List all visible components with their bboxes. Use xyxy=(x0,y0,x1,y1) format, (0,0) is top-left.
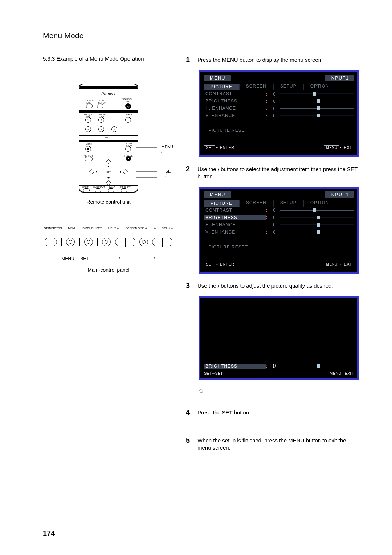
panel-led-ring1 xyxy=(66,238,75,246)
callout-slash: / xyxy=(162,149,173,153)
btn-left[interactable] xyxy=(89,169,94,174)
btn-aidhdr[interactable] xyxy=(85,157,93,161)
step4-text: Press the SET button. xyxy=(197,408,359,417)
osd1-bright: BRIGHTNESS xyxy=(204,98,266,104)
osd3-bright: BRIGHTNESS xyxy=(204,364,266,369)
panel-led-ring3 xyxy=(102,238,111,246)
panel-led2 xyxy=(79,238,80,246)
osd1-bright-slider xyxy=(280,99,354,103)
pbelow-menu: MENU xyxy=(61,256,74,261)
step4-num: 4 xyxy=(186,408,197,417)
label-screen-size: SCREEN SIZE xyxy=(84,100,94,104)
osd3-foot-setkey: SET xyxy=(204,371,212,376)
btn-up[interactable] xyxy=(106,159,111,164)
label-display: DISPLAY xyxy=(124,113,135,116)
osd2-venh-slider xyxy=(280,230,354,234)
osd2-foot-enter: ENTER xyxy=(220,262,234,266)
osd1-tab-option: OPTION xyxy=(304,84,336,90)
panel-led-ring4 xyxy=(139,238,148,246)
osd2-foot-menukey: MENU xyxy=(324,262,339,267)
osd1-tab-picture: PICTURE xyxy=(204,84,240,90)
panel-led1 xyxy=(61,238,62,246)
panel-led3 xyxy=(97,238,98,246)
label-auto-setup: AUTO SET UP xyxy=(98,100,106,104)
arrow-pad: SET xyxy=(91,161,126,183)
remote-body: Pioneer SCREEN SIZE AUTO SET UP STANDBY … xyxy=(79,84,138,193)
osd1-foot-exit: EXIT xyxy=(344,145,354,150)
btn-standby[interactable]: ⏻ xyxy=(125,103,131,109)
remote-caption: Remote control unit xyxy=(61,199,156,205)
osd2-foot-setkey: SET xyxy=(204,262,215,267)
osd2-foot-exit: EXIT xyxy=(344,262,354,266)
panel-vol-rocker[interactable] xyxy=(152,238,172,246)
btn-pointzoom[interactable] xyxy=(125,146,131,152)
osd-screen-3: BRIGHTNESS : 0 SET···SET MENU···EXIT xyxy=(199,296,359,380)
label-menu-btn: MENU xyxy=(85,143,93,145)
osd3-bright-val: 0 xyxy=(270,363,279,369)
osd3-foot-menukey: MENU xyxy=(330,371,341,376)
osd1-menu-label: MENU xyxy=(204,75,231,81)
btn-4[interactable]: 4 xyxy=(98,126,104,132)
osd1-henh-val: 0 xyxy=(270,106,279,111)
osd2-bright-val: 0 xyxy=(270,215,279,220)
btn-freeze[interactable] xyxy=(126,156,131,161)
btn-5[interactable]: 5 xyxy=(111,126,117,132)
page-number: 174 xyxy=(43,529,55,538)
plabel-display: DISPLAY / SET xyxy=(82,227,102,230)
label-standby: STANDBY /ON xyxy=(121,98,134,102)
step3-num: 3 xyxy=(186,281,197,290)
osd2-contrast: CONTRAST xyxy=(204,208,266,213)
osd1-contrast-slider xyxy=(280,92,354,96)
osd2-contrast-val: 0 xyxy=(270,207,279,213)
subsection-heading: 5.3.3 Example of a Menu Mode Operation xyxy=(43,56,174,62)
btn-2[interactable]: 2 xyxy=(98,117,104,123)
osd1-henh-slider xyxy=(280,106,354,110)
osd2-venh: V. ENHANCE xyxy=(204,230,266,235)
osd3-foot-exit: EXIT xyxy=(345,371,354,376)
btn-set[interactable]: SET xyxy=(104,170,113,174)
btn-screen-size[interactable] xyxy=(86,104,93,108)
osd1-input-label: INPUT1 xyxy=(325,75,354,81)
btn-1[interactable]: 1 xyxy=(85,117,91,123)
osd2-tab-screen: SCREEN xyxy=(240,200,274,207)
osd-screen-1: MENU INPUT1 PICTURE SCREEN SETUP OPTION … xyxy=(199,70,359,157)
osd2-tab-setup: SETUP xyxy=(274,200,304,207)
plabel-standby: STANDBY/ON xyxy=(44,227,62,230)
pbelow-slash2: / xyxy=(148,256,161,261)
callout-slash2: / xyxy=(166,173,173,178)
btn-subinput[interactable] xyxy=(95,188,101,193)
btn-swap[interactable] xyxy=(108,188,114,193)
btn-down[interactable] xyxy=(106,180,111,185)
osd2-henh: H. ENHANCE xyxy=(204,222,266,227)
osd1-venh-val: 0 xyxy=(270,113,279,118)
btn-pipshift[interactable] xyxy=(121,188,127,193)
title-rule xyxy=(43,42,359,42)
btn-menu[interactable] xyxy=(85,146,91,152)
panel-standby-btn[interactable] xyxy=(45,238,57,246)
btn-display[interactable] xyxy=(125,117,131,123)
btn-split[interactable] xyxy=(83,188,90,193)
step2-text: Use the / buttons to select the adjustme… xyxy=(197,165,359,181)
panel-caption: Main-control panel xyxy=(43,267,174,273)
osd2-henh-val: 0 xyxy=(270,222,279,227)
osd1-foot-setkey: SET xyxy=(204,145,215,150)
osd3-foot-set: SET xyxy=(215,371,223,376)
btn-3[interactable]: 3 xyxy=(85,126,91,132)
panel-input-rocker[interactable] xyxy=(115,238,135,246)
step2-num: 2 xyxy=(186,165,197,181)
btn-right[interactable] xyxy=(123,169,128,174)
osd1-contrast-val: 0 xyxy=(270,91,279,97)
osd1-bright-val: 0 xyxy=(270,98,279,104)
btn-auto-setup[interactable] xyxy=(97,104,103,108)
figure-panel: STANDBY/ON MENU DISPLAY / SET INPUT ⇦ SC… xyxy=(43,227,174,273)
panel-led-ring2 xyxy=(84,238,93,246)
osd-screen-2: MENU INPUT1 PICTURE SCREEN SETUP OPTION … xyxy=(199,187,359,274)
osd1-venh: V. ENHANCE xyxy=(204,113,266,118)
osd2-tab-option: OPTION xyxy=(304,200,336,207)
label-input: INPUT xyxy=(79,137,138,139)
step3-text: Use the / buttons to adjust the picture … xyxy=(197,281,359,290)
osd1-venh-slider xyxy=(280,114,354,117)
osd2-input-label: INPUT1 xyxy=(325,191,354,198)
osd3-bright-slider xyxy=(280,364,354,368)
step1-num: 1 xyxy=(186,56,197,64)
